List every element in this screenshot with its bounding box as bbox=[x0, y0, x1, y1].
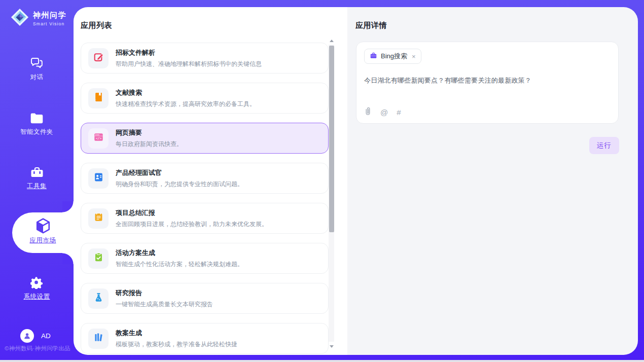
app-item-title: 项目总结汇报 bbox=[116, 208, 268, 218]
scroll-thumb[interactable] bbox=[329, 46, 334, 232]
book-icon bbox=[93, 92, 104, 104]
app-details-panel: 应用详情 Bing搜索 × 今日湖北有哪些新闻要点？有哪些需要关注的最新政策？ bbox=[347, 7, 638, 355]
sidebar-item-settings[interactable]: 系统设置 bbox=[0, 276, 74, 301]
app-item-title: 招标文件解析 bbox=[116, 48, 262, 57]
app-item-desc: 帮助用户快速、准确地理解和解析招标书中的关键信息 bbox=[116, 60, 262, 68]
brand-name: 神州问学 bbox=[33, 11, 66, 20]
sidebar-item-smart-folder[interactable]: 智能文件夹 bbox=[0, 113, 74, 136]
app-item-desc: 明确身份和职责，为您提供专业性的面试问题。 bbox=[116, 180, 243, 189]
app-item-desc: 快速精准查找学术资源，提高研究效率的必备工具。 bbox=[116, 100, 256, 108]
sidebar-item-app-market[interactable]: 应用市场 bbox=[12, 212, 74, 253]
sidebar-item-label: 对话 bbox=[0, 73, 74, 82]
app-item-title: 活动方案生成 bbox=[116, 248, 243, 258]
app-list-panel: 应用列表 招标文件解析 帮助用户快速、准确地理解和解析招标书中的关键信息 文献搜… bbox=[74, 7, 347, 355]
tool-tag-bing-search[interactable]: Bing搜索 × bbox=[364, 49, 421, 64]
app-item-desc: 每日政府新闻资讯快查。 bbox=[116, 140, 183, 149]
notepad-icon bbox=[93, 212, 104, 225]
user-name: AD bbox=[41, 332, 51, 340]
gear-icon bbox=[0, 276, 74, 289]
app-details-title: 应用详情 bbox=[355, 21, 387, 30]
app-item-title: 产品经理面试官 bbox=[116, 168, 243, 177]
app-list-item[interactable]: 产品经理面试官 明确身份和职责，为您提供专业性的面试问题。 bbox=[81, 163, 329, 194]
hash-icon[interactable]: # bbox=[397, 108, 401, 117]
sidebar-item-label: 应用市场 bbox=[12, 236, 74, 245]
close-icon[interactable]: × bbox=[412, 53, 416, 60]
sidebar-item-chat[interactable]: 对话 bbox=[0, 57, 74, 82]
main-content: 应用列表 招标文件解析 帮助用户快速、准确地理解和解析招标书中的关键信息 文献搜… bbox=[74, 7, 638, 355]
sidebar-item-label: 工具集 bbox=[0, 182, 74, 191]
browser-code-icon: </> bbox=[93, 132, 104, 144]
tool-tag-label: Bing搜索 bbox=[381, 52, 407, 61]
briefcase-icon bbox=[370, 52, 377, 61]
at-icon[interactable]: @ bbox=[380, 108, 388, 117]
query-text[interactable]: 今日湖北有哪些新闻要点？有哪些需要关注的最新政策？ bbox=[364, 76, 611, 85]
interviewer-doc-icon bbox=[93, 172, 104, 185]
app-item-title: 教案生成 bbox=[116, 329, 237, 338]
attachment-toolbar: @ # bbox=[365, 107, 401, 118]
app-list-item[interactable]: 招标文件解析 帮助用户快速、准确地理解和解析招标书中的关键信息 bbox=[81, 43, 329, 74]
flask-icon bbox=[93, 292, 104, 305]
app-list-item[interactable]: 研究报告 一键智能生成高质量长文本研究报告 bbox=[81, 283, 329, 314]
toolbox-icon bbox=[0, 166, 74, 178]
chat-icon bbox=[0, 57, 74, 69]
sidebar: 神州问学 Smart Vision 对话 智能文件夹 bbox=[0, 0, 74, 360]
paperclip-icon[interactable] bbox=[365, 107, 372, 118]
books-icon bbox=[93, 332, 104, 345]
app-list-item[interactable]: 教案生成 模板驱动，教案秒成，教学准备从此轻松快捷 bbox=[81, 323, 329, 354]
app-list-item[interactable]: 项目总结汇报 全面回顾项目进展，总结经验教训，助力未来优化发展。 bbox=[81, 203, 329, 234]
app-item-desc: 模板驱动，教案秒成，教学准备从此轻松快捷 bbox=[116, 340, 237, 349]
app-item-title: 研究报告 bbox=[116, 288, 213, 298]
app-list-item[interactable]: </> 网页摘要 每日政府新闻资讯快查。 bbox=[81, 123, 329, 154]
svg-text:</>: </> bbox=[95, 136, 101, 140]
sidebar-item-toolset[interactable]: 工具集 bbox=[0, 166, 74, 191]
scroll-down-icon[interactable] bbox=[330, 345, 334, 348]
scroll-up-icon[interactable] bbox=[330, 40, 334, 42]
app-item-title: 网页摘要 bbox=[116, 128, 183, 137]
sidebar-item-label: 系统设置 bbox=[0, 293, 74, 301]
app-list-item[interactable]: 活动方案生成 智能生成个性化活动方案，轻松解决规划难题。 bbox=[81, 243, 329, 274]
prompt-card: Bing搜索 × 今日湖北有哪些新闻要点？有哪些需要关注的最新政策？ @ # bbox=[356, 42, 619, 124]
app-list-scrollbar[interactable] bbox=[329, 40, 334, 348]
user-avatar-icon bbox=[20, 329, 34, 343]
gem-diamond-icon bbox=[10, 8, 29, 29]
brand-subtitle: Smart Vision bbox=[33, 21, 66, 26]
sidebar-item-label: 智能文件夹 bbox=[0, 128, 74, 136]
app-window: 神州问学 Smart Vision 对话 智能文件夹 bbox=[0, 0, 644, 360]
app-list-item[interactable]: 文献搜索 快速精准查找学术资源，提高研究效率的必备工具。 bbox=[81, 83, 329, 114]
clipboard-check-icon bbox=[93, 252, 104, 265]
brand-logo: 神州问学 Smart Vision bbox=[10, 8, 66, 29]
folder-icon bbox=[0, 113, 74, 124]
app-item-desc: 一键智能生成高质量长文本研究报告 bbox=[116, 300, 213, 309]
scroll-track[interactable] bbox=[329, 45, 334, 342]
pen-square-icon bbox=[93, 52, 104, 64]
app-item-desc: 全面回顾项目进展，总结经验教训，助力未来优化发展。 bbox=[116, 220, 268, 229]
copyright-footer: ©神州数码·神州问学出品 bbox=[5, 345, 76, 352]
cube-icon bbox=[12, 218, 74, 235]
app-list: 招标文件解析 帮助用户快速、准确地理解和解析招标书中的关键信息 文献搜索 快速精… bbox=[81, 43, 329, 355]
user-account[interactable]: AD bbox=[20, 329, 51, 343]
app-item-desc: 智能生成个性化活动方案，轻松解决规划难题。 bbox=[116, 260, 243, 269]
run-button[interactable]: 运行 bbox=[589, 137, 619, 154]
app-item-title: 文献搜索 bbox=[116, 88, 256, 97]
app-list-title: 应用列表 bbox=[81, 21, 112, 30]
